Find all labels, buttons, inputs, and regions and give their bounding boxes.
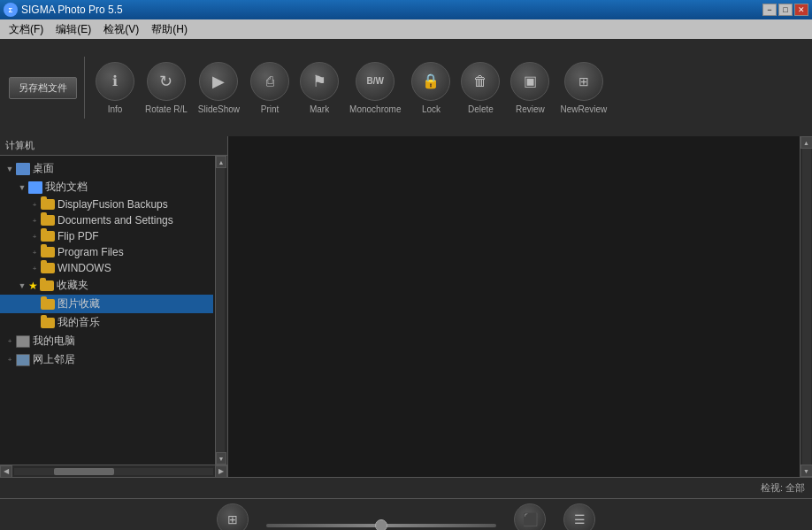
menu-help-label[interactable]: 帮助(H)	[146, 20, 193, 39]
right-scroll-up[interactable]: ▲	[801, 136, 813, 149]
tool-newreview[interactable]: ⊞ NewReview	[556, 58, 610, 118]
tree-item-displayfusion[interactable]: + DisplayFusion Backups	[0, 196, 213, 212]
tool-slideshow-label: SlideShow	[198, 104, 240, 114]
scroll-thumb	[54, 468, 114, 475]
toolbar: 另存档文件 ℹ Info ↻ Rotate R/L ▶ SlideShow ⎙ …	[0, 39, 812, 136]
maximize-button[interactable]: □	[778, 4, 793, 16]
folder-icon-pictures	[41, 299, 55, 310]
scroll-right[interactable]: ▶	[215, 465, 227, 478]
tool-delete-label: Delete	[468, 104, 494, 114]
left-scroll-down[interactable]: ▼	[216, 452, 226, 465]
network-icon	[16, 354, 30, 366]
expander-mydocs[interactable]: ▼	[16, 183, 28, 192]
app-title: SIGMA Photo Pro 5.5	[21, 4, 123, 16]
tool-large-view[interactable]: ⬛ Large	[514, 503, 546, 530]
tool-lock[interactable]: 🔒 Lock	[408, 58, 454, 118]
star-icon: ★	[28, 280, 38, 292]
view-size-slider[interactable]	[266, 524, 496, 527]
mark-icon: ⚑	[300, 62, 339, 101]
expander-programfiles[interactable]: +	[28, 249, 41, 257]
tree-item-pictures[interactable]: 图片收藏	[0, 295, 213, 313]
app-logo: Σ	[4, 3, 18, 17]
h-scrollbar: ◀ ▶	[0, 465, 227, 477]
left-panel-vscrollbar[interactable]: ▲ ▼	[215, 156, 227, 465]
menu-edit[interactable]: 编辑(E)	[50, 20, 96, 39]
right-panel: ▲ ▼	[228, 136, 812, 477]
tree-container[interactable]: ▼ 桌面 ▼ 我的文档 + DisplayFusion Backups	[0, 156, 227, 465]
menu-bar: 文档(F) 编辑(E) 检视(V) 帮助(H)	[0, 19, 812, 39]
right-scroll-track	[802, 149, 811, 465]
open-file-button[interactable]: 另存档文件	[9, 77, 77, 99]
expander-displayfusion[interactable]: +	[28, 201, 41, 209]
menu-view[interactable]: 检视(V)	[98, 20, 144, 39]
mydocs-icon	[28, 181, 42, 194]
left-scroll-track	[216, 168, 225, 452]
scroll-left[interactable]: ◀	[0, 465, 12, 478]
expander-flippdf[interactable]: +	[28, 233, 41, 241]
expander-mycomputer[interactable]: +	[4, 337, 16, 345]
tree-item-favorites[interactable]: ▼ ★ 收藏夹	[0, 276, 213, 295]
scroll-track[interactable]	[14, 468, 213, 475]
menu-file[interactable]: 文档(F)	[4, 20, 49, 39]
tool-mark[interactable]: ⚑ Mark	[296, 58, 342, 118]
tool-review-label: Review	[516, 104, 545, 114]
tool-monochrome[interactable]: B/W Monochrome	[346, 58, 404, 118]
computer-icon	[16, 335, 30, 348]
right-vscrollbar[interactable]: ▲ ▼	[800, 136, 812, 477]
panel-title: 计算机	[5, 139, 34, 152]
small-view-icon: ⊞	[217, 503, 249, 530]
tree-item-programfiles[interactable]: + Program Files	[0, 244, 213, 260]
lock-icon: 🔒	[411, 62, 450, 101]
title-bar: Σ SIGMA Photo Pro 5.5 − □ ✕	[0, 0, 812, 19]
right-scroll-down[interactable]: ▼	[801, 465, 813, 477]
tree-item-flippdf[interactable]: + Flip PDF	[0, 228, 213, 244]
minimize-button[interactable]: −	[762, 4, 777, 16]
tree-item-documents[interactable]: + Documents and Settings	[0, 212, 213, 228]
folder-icon-documents	[41, 215, 55, 226]
tool-slideshow[interactable]: ▶ SlideShow	[195, 58, 243, 118]
close-button[interactable]: ✕	[794, 4, 808, 16]
tool-delete[interactable]: 🗑 Delete	[457, 58, 503, 118]
list-view-icon: ☰	[563, 503, 595, 530]
tool-rotate[interactable]: ↻ Rotate R/L	[142, 58, 191, 118]
tree-item-mydocs[interactable]: ▼ 我的文档	[0, 178, 213, 196]
desktop-folder-icon	[16, 163, 30, 175]
tool-info-label: Info	[108, 104, 123, 114]
expander-desktop[interactable]: ▼	[4, 165, 16, 173]
tool-list-view[interactable]: ☰ List	[563, 503, 595, 530]
tool-rotate-label: Rotate R/L	[145, 104, 188, 114]
main-content: 计算机 ▲ ▼ ▼ 桌面 ▼ 我的文档	[0, 136, 812, 477]
monochrome-icon: B/W	[356, 62, 395, 101]
large-view-icon: ⬛	[514, 503, 546, 530]
tool-print[interactable]: ⎙ Print	[247, 58, 293, 118]
review-icon: ▣	[510, 62, 549, 101]
tree-item-mycomputer[interactable]: + 我的电脑	[0, 332, 213, 350]
folder-icon-mymusic	[41, 318, 55, 328]
status-bar: 检视: 全部	[0, 477, 812, 498]
status-text: 检视: 全部	[761, 481, 805, 495]
expander-network[interactable]: +	[4, 356, 16, 364]
tool-small-view[interactable]: ⊞ Small	[217, 503, 249, 530]
left-scroll-up[interactable]: ▲	[216, 156, 226, 168]
bottom-toolbar: ⊞ Small ⬛ Large ☰ List	[0, 498, 812, 530]
view-size-slider-container	[266, 524, 496, 527]
tool-review[interactable]: ▣ Review	[507, 58, 553, 118]
folder-icon-favorites	[40, 280, 54, 291]
tree-item-desktop[interactable]: ▼ 桌面	[0, 159, 213, 178]
expander-documents[interactable]: +	[28, 217, 41, 225]
tool-mark-label: Mark	[310, 104, 329, 114]
expander-favorites[interactable]: ▼	[16, 281, 28, 290]
tree-item-mymusic[interactable]: 我的音乐	[0, 313, 213, 332]
left-panel: 计算机 ▲ ▼ ▼ 桌面 ▼ 我的文档	[0, 136, 228, 477]
tree-item-network[interactable]: + 网上邻居	[0, 350, 213, 369]
print-icon: ⎙	[250, 62, 289, 101]
tool-newreview-label: NewReview	[560, 104, 607, 114]
folder-icon-flippdf	[41, 231, 55, 242]
delete-icon: 🗑	[461, 62, 500, 101]
tool-info[interactable]: ℹ Info	[92, 58, 138, 118]
tree-item-windows[interactable]: + WINDOWS	[0, 260, 213, 276]
expander-windows[interactable]: +	[28, 265, 41, 273]
newreview-icon: ⊞	[564, 62, 603, 101]
tool-monochrome-label: Monochrome	[349, 104, 401, 114]
info-icon: ℹ	[96, 62, 134, 101]
